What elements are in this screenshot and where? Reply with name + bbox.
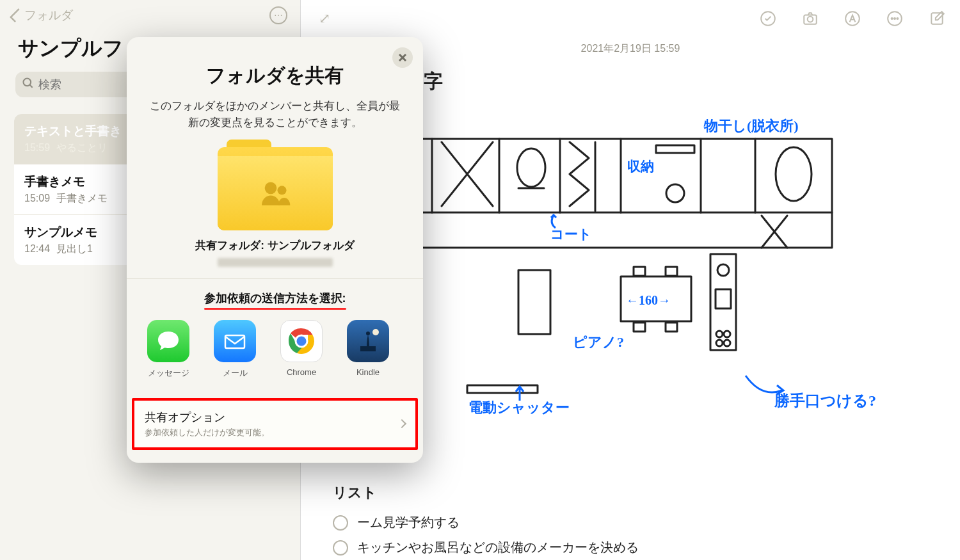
popover-title: フォルダを共有 bbox=[127, 37, 423, 98]
checklist-item[interactable]: ーム見学予約する bbox=[333, 510, 928, 535]
send-method-label: 参加依頼の送信方法を選択: bbox=[204, 291, 346, 306]
compose-icon[interactable] bbox=[928, 10, 946, 28]
svg-rect-32 bbox=[716, 289, 731, 308]
chevron-left-icon bbox=[10, 8, 24, 23]
people-icon bbox=[257, 175, 293, 211]
share-app-row[interactable]: メッセージ メール Chrome Kindle Pi bbox=[140, 306, 410, 383]
close-icon bbox=[398, 53, 407, 62]
app-label: メッセージ bbox=[148, 367, 189, 379]
back-button[interactable]: フォルダ bbox=[13, 7, 73, 24]
svg-point-9 bbox=[897, 18, 898, 19]
markup-icon[interactable] bbox=[844, 10, 861, 28]
svg-point-8 bbox=[894, 18, 895, 19]
app-label: メール bbox=[223, 367, 248, 379]
share-owner-blurred bbox=[218, 258, 333, 267]
share-options-title: 共有オプション bbox=[145, 410, 269, 425]
svg-point-31 bbox=[717, 264, 729, 276]
share-folder-name: 共有フォルダ: サンプルフォルダ bbox=[127, 238, 423, 253]
annotation: 収納 bbox=[627, 160, 654, 173]
messages-icon bbox=[147, 320, 189, 362]
expand-icon[interactable]: ⤢ bbox=[315, 6, 334, 31]
shared-folder-icon bbox=[218, 147, 333, 230]
share-app-chrome[interactable]: Chrome bbox=[276, 320, 326, 379]
camera-icon[interactable] bbox=[801, 10, 819, 28]
annotation: 勝手口つける? bbox=[774, 390, 876, 411]
svg-point-36 bbox=[724, 340, 730, 346]
svg-point-0 bbox=[24, 79, 31, 86]
more-button[interactable]: ⋯ bbox=[269, 6, 287, 24]
checkbox-icon[interactable] bbox=[333, 515, 348, 531]
svg-point-35 bbox=[716, 340, 723, 346]
share-app-messages[interactable]: メッセージ bbox=[143, 320, 193, 379]
svg-point-45 bbox=[366, 332, 370, 335]
share-folder-popover: フォルダを共有 このフォルダをほかのメンバーと共有し、全員が最新の変更点を見るこ… bbox=[127, 37, 423, 463]
checklist-text: キッチンやお風呂などの設備のメーカーを決める bbox=[357, 539, 639, 556]
checklist: リスト ーム見学予約する キッチンやお風呂などの設備のメーカーを決める bbox=[301, 483, 960, 560]
mail-icon bbox=[214, 320, 256, 362]
svg-rect-44 bbox=[360, 346, 376, 351]
checklist-text: ーム見学予約する bbox=[357, 514, 460, 531]
checklist-icon[interactable] bbox=[759, 10, 777, 28]
svg-point-46 bbox=[372, 329, 379, 335]
svg-rect-24 bbox=[518, 270, 550, 334]
more-icon[interactable] bbox=[886, 10, 904, 28]
svg-point-39 bbox=[277, 186, 286, 195]
svg-point-4 bbox=[808, 17, 813, 22]
ellipsis-icon: ⋯ bbox=[274, 10, 284, 20]
svg-rect-26 bbox=[634, 267, 645, 276]
popover-description: このフォルダをほかのメンバーと共有し、全員が最新の変更点を見ることができます。 bbox=[127, 98, 423, 143]
back-label: フォルダ bbox=[24, 7, 73, 24]
svg-rect-29 bbox=[666, 323, 677, 332]
svg-point-33 bbox=[716, 331, 723, 337]
svg-rect-28 bbox=[634, 323, 645, 332]
svg-point-34 bbox=[724, 331, 730, 337]
svg-point-7 bbox=[892, 18, 893, 19]
checkbox-icon[interactable] bbox=[333, 540, 348, 556]
annotation: 物干し(脱衣所) bbox=[704, 116, 799, 136]
search-icon bbox=[22, 77, 35, 92]
share-app-mail[interactable]: メール bbox=[210, 320, 260, 379]
annotation: ピアノ? bbox=[573, 333, 624, 352]
chrome-icon bbox=[280, 320, 323, 362]
svg-rect-40 bbox=[225, 335, 244, 348]
svg-line-1 bbox=[30, 85, 33, 88]
share-options-subtitle: 参加依頼した人だけが変更可能。 bbox=[145, 427, 269, 438]
share-app-more[interactable]: Pi bbox=[410, 320, 410, 379]
share-options-row[interactable]: 共有オプション 参加依頼した人だけが変更可能。 bbox=[134, 401, 415, 447]
share-options-highlight: 共有オプション 参加依頼した人だけが変更可能。 bbox=[132, 398, 418, 450]
svg-rect-10 bbox=[931, 13, 942, 24]
checklist-heading: リスト bbox=[333, 483, 928, 502]
close-button[interactable] bbox=[392, 47, 413, 68]
svg-rect-21 bbox=[656, 145, 694, 153]
svg-point-22 bbox=[776, 147, 812, 201]
chevron-right-icon bbox=[397, 419, 406, 428]
app-label: Kindle bbox=[356, 367, 380, 377]
checklist-item[interactable]: キッチンやお風呂などの設備のメーカーを決める bbox=[333, 535, 928, 560]
share-app-kindle[interactable]: Kindle bbox=[343, 320, 393, 379]
svg-point-38 bbox=[264, 182, 276, 194]
svg-point-20 bbox=[666, 184, 684, 202]
svg-point-19 bbox=[517, 148, 545, 187]
annotation: ←160→ bbox=[626, 293, 671, 308]
app-label: Chrome bbox=[287, 367, 316, 377]
svg-rect-27 bbox=[666, 267, 677, 276]
kindle-icon bbox=[347, 320, 389, 362]
note-toolbar bbox=[759, 10, 946, 28]
